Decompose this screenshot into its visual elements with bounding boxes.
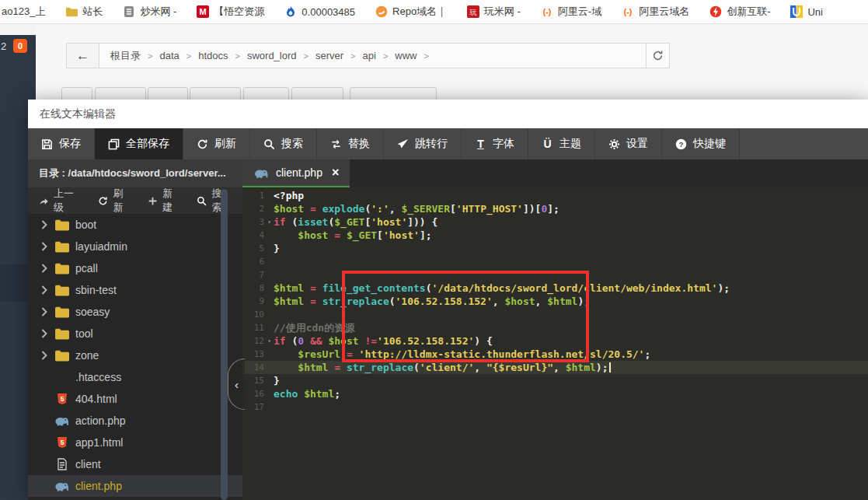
breadcrumb-separator: >: [304, 51, 309, 61]
tree-action-up[interactable]: 上一级: [39, 187, 83, 215]
breadcrumb-item[interactable]: api: [363, 50, 376, 61]
chevron-right-icon[interactable]: [40, 329, 48, 338]
bookmark-item[interactable]: 炒米网 -: [113, 5, 186, 19]
code-text: <?php: [270, 190, 304, 201]
refresh-button[interactable]: [646, 44, 669, 68]
toolbar-button-gear[interactable]: 设置: [595, 128, 662, 159]
close-tab-icon[interactable]: ×: [332, 166, 339, 179]
uni-blue-icon: [790, 5, 803, 18]
code-line-13[interactable]: 13 $resUrl = 'http://lldmx-static.thunde…: [242, 348, 868, 361]
code-line-5[interactable]: 5}: [242, 242, 868, 255]
bookmark-item[interactable]: ao123_上: [0, 5, 55, 19]
refresh-icon: [197, 138, 208, 150]
toolbar-button-save[interactable]: 保存: [28, 128, 95, 159]
bookmark-item[interactable]: 站长: [55, 5, 113, 19]
tree-folder-layuiadmin[interactable]: layuiadmin: [28, 236, 242, 257]
tree-scrollbar[interactable]: [221, 189, 228, 500]
tree-list: bootlayuiadminpcallsbin-testsoeasytoolzo…: [28, 214, 242, 500]
tab-label: client.php: [276, 166, 322, 179]
bookmark-item[interactable]: 玩玩米网 -: [457, 5, 531, 19]
tree-file-.htaccess[interactable]: .htaccess: [28, 366, 242, 388]
up-icon: [39, 196, 49, 206]
toolbar-button-label: 替换: [348, 137, 370, 151]
toolbar-button-theme[interactable]: Ü主题: [528, 128, 595, 159]
svg-text:(-): (-): [624, 8, 632, 16]
tree-file-client.php[interactable]: client.php: [28, 475, 242, 497]
toolbar-button-search[interactable]: 搜索: [250, 128, 317, 159]
tree-folder-sbin-test[interactable]: sbin-test: [28, 279, 242, 301]
bookmark-item[interactable]: Uni: [780, 5, 833, 18]
toolbar-button-help[interactable]: ?快捷键: [662, 128, 740, 159]
code-line-1[interactable]: 1<?php: [242, 189, 868, 202]
tree-folder-boot[interactable]: boot: [28, 214, 242, 236]
toolbar-button-label: 保存: [59, 137, 81, 151]
bookmark-item[interactable]: Repo域名｜: [365, 5, 457, 19]
chevron-right-icon[interactable]: [40, 242, 48, 251]
tree-file-action.php[interactable]: action.php: [28, 410, 242, 432]
tree-folder-zone[interactable]: zone: [28, 344, 242, 366]
code-line-11[interactable]: 11//使用cdn的资源: [242, 321, 868, 334]
svg-text:?: ?: [678, 140, 683, 149]
chevron-right-icon[interactable]: [40, 307, 48, 316]
code-line-4[interactable]: 4 $host = $_GET['host'];: [242, 229, 868, 242]
code-line-2[interactable]: 2$host = explode(':', $_SERVER['HTTP_HOS…: [242, 202, 868, 215]
code-line-8[interactable]: 8$html = file_get_contents('/data/htdocs…: [242, 281, 868, 295]
tree-file-404.html[interactable]: 5404.html: [28, 388, 242, 410]
tree-folder-soeasy[interactable]: soeasy: [28, 301, 242, 323]
toolbar-button-label: 刷新: [214, 137, 236, 151]
breadcrumb-item[interactable]: data: [159, 50, 179, 61]
code-line-15[interactable]: 15}: [242, 374, 868, 387]
code-line-16[interactable]: 16echo $html;: [242, 387, 868, 400]
chevron-right-icon[interactable]: [40, 285, 48, 295]
back-button[interactable]: ←: [67, 44, 99, 68]
toolbar-button-refresh[interactable]: 刷新: [183, 128, 250, 159]
breadcrumb-item[interactable]: htdocs: [198, 50, 228, 61]
folder-icon: [65, 5, 78, 18]
tree-file-client[interactable]: client: [28, 453, 242, 475]
svg-text:M: M: [200, 7, 207, 16]
code-line-9[interactable]: 9$html = str_replace('106.52.158.152', $…: [242, 295, 868, 308]
code-line-17[interactable]: 17: [242, 400, 868, 414]
breadcrumb-separator: >: [424, 51, 429, 61]
breadcrumb-item[interactable]: www: [395, 50, 417, 61]
tree-action-plus[interactable]: 新建: [148, 187, 183, 215]
code-text: $host = $_GET['host'];: [270, 229, 432, 241]
bookmark-item[interactable]: M【悟空资源: [186, 5, 274, 19]
toolbar-button-font[interactable]: T字体: [462, 128, 528, 159]
fold-caret-icon[interactable]: ▾: [267, 219, 271, 226]
code-text: if (isset($_GET['host'])) {: [270, 216, 437, 228]
code-line-3[interactable]: 3▾if (isset($_GET['host'])) {: [242, 215, 868, 229]
tree-folder-tool[interactable]: tool: [28, 323, 242, 344]
code-editor[interactable]: 1<?php2$host = explode(':', $_SERVER['HT…: [242, 187, 868, 500]
code-line-7[interactable]: 7: [242, 268, 868, 281]
code-line-6[interactable]: 6: [242, 255, 868, 268]
breadcrumb-item[interactable]: 根目录: [110, 49, 141, 63]
tree-file-app1.html[interactable]: 5app1.html: [28, 432, 242, 453]
toolbar-button-goto[interactable]: 跳转行: [384, 128, 462, 159]
toolbar-button-replace[interactable]: 替换: [317, 128, 384, 159]
tree-action-refresh[interactable]: 刷新: [98, 187, 133, 215]
chevron-right-icon[interactable]: [40, 220, 48, 229]
breadcrumb-item[interactable]: sword_lord: [247, 50, 297, 61]
collapse-panel-handle[interactable]: ‹: [228, 358, 245, 410]
line-number: 9: [242, 296, 270, 306]
bookmark-label: 【悟空资源: [214, 5, 264, 19]
bookmark-item[interactable]: (-)阿里云-域: [531, 5, 612, 19]
bookmark-item[interactable]: (-)阿里云域名: [612, 5, 699, 19]
notification-badge[interactable]: 0: [13, 39, 27, 53]
breadcrumb-item[interactable]: server: [315, 50, 343, 61]
code-line-10[interactable]: 10: [242, 308, 868, 321]
toolbar-button-save-all[interactable]: 全部保存: [95, 128, 183, 159]
bookmark-item[interactable]: 0.00003485: [274, 5, 365, 18]
tree-folder-pcall[interactable]: pcall: [28, 257, 242, 279]
tab-client-php[interactable]: client.php ×: [242, 159, 350, 187]
html-icon: 5: [54, 436, 69, 449]
code-line-12[interactable]: 12▾if (0 && $host !='106.52.158.152') {: [242, 334, 868, 348]
chevron-right-icon[interactable]: [40, 264, 48, 273]
code-text: $html = file_get_contents('/data/htdocs/…: [270, 282, 730, 294]
fold-caret-icon[interactable]: ▾: [267, 337, 271, 344]
bookmark-item[interactable]: 创新互联-: [699, 5, 780, 19]
chevron-right-icon[interactable]: [40, 351, 48, 360]
code-line-14[interactable]: 14 $html = str_replace('client/', "{$res…: [242, 361, 868, 374]
editor-toolbar: 保存全部保存刷新搜索替换跳转行T字体Ü主题设置?快捷键: [28, 128, 868, 159]
